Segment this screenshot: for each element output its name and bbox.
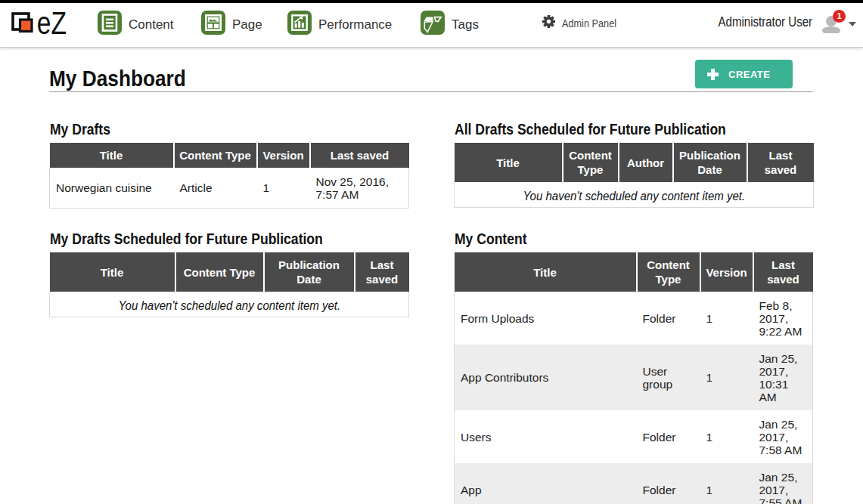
svg-text:eZ: eZ <box>37 7 67 39</box>
